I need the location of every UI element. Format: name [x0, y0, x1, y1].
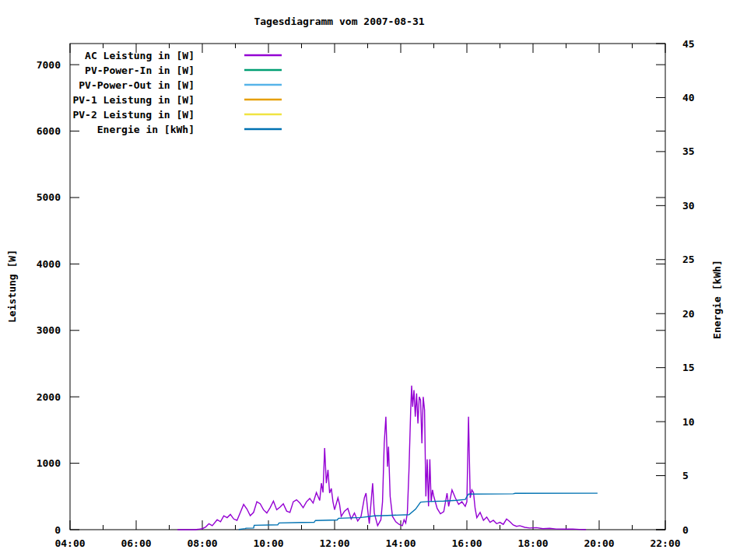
x-tick-label: 08:00 [187, 537, 217, 549]
legend: AC Leistung in [W]PV-Power-In in [W]PV-P… [72, 50, 282, 135]
y-left-tick-label: 7000 [37, 59, 61, 71]
y-right-axis-title: Energie [kWh] [711, 260, 723, 339]
legend-item: Energie in [kWh] [97, 124, 282, 135]
y-right-tick-label: 45 [682, 38, 695, 50]
legend-label: PV-2 Leistung in [W] [72, 109, 195, 121]
x-tick-label: 06:00 [121, 537, 151, 549]
x-tick-label: 22:00 [650, 537, 680, 549]
x-tick-label: 14:00 [385, 537, 416, 549]
y-right-tick-label: 0 [682, 524, 689, 536]
legend-label: PV-Power-Out in [W] [79, 79, 195, 91]
x-tick-label: 20:00 [584, 537, 614, 549]
y-left-tick-label: 0 [54, 524, 61, 536]
y-left-tick-label: 3000 [37, 324, 61, 336]
legend-item: PV-Power-Out in [W] [79, 79, 282, 91]
y-right-tick-label: 35 [682, 145, 695, 157]
legend-item: PV-1 Leistung in [W] [72, 94, 282, 106]
y-left-tick-label: 6000 [37, 125, 61, 137]
legend-item: PV-2 Leistung in [W] [72, 109, 282, 121]
x-tick-label: 10:00 [253, 537, 283, 549]
y-left-tick-label: 5000 [37, 191, 61, 203]
legend-label: PV-Power-In in [W] [85, 65, 195, 76]
x-tick-label: 04:00 [54, 537, 85, 549]
x-tick-label: 12:00 [319, 537, 349, 549]
y-left-tick-label: 2000 [37, 391, 61, 403]
chart-title: Tagesdiagramm vom 2007-08-31 [254, 16, 424, 27]
y-left-tick-label: 1000 [37, 457, 61, 469]
legend-label: PV-1 Leistung in [W] [72, 94, 195, 106]
y-right-tick-label: 30 [682, 200, 695, 212]
y-right-tick-label: 40 [682, 92, 695, 103]
legend-label: AC Leistung in [W] [85, 50, 195, 61]
y-left-axis-title: Leistung [W] [6, 250, 18, 323]
y-right-tick-label: 25 [682, 254, 695, 265]
y-left-tick-label: 4000 [37, 258, 61, 270]
y-right-tick-label: 5 [682, 470, 689, 481]
series-line-ac-leistung-in-w [177, 386, 586, 530]
series-line-energie-in-kwh [239, 493, 598, 530]
chart-container: Tagesdiagramm vom 2007-08-31 Leistung [W… [0, 0, 747, 560]
chart-canvas: Tagesdiagramm vom 2007-08-31 Leistung [W… [0, 0, 747, 560]
x-tick-label: 16:00 [451, 537, 482, 549]
legend-item: AC Leistung in [W] [85, 50, 282, 61]
x-tick-label: 18:00 [517, 537, 548, 549]
legend-item: PV-Power-In in [W] [85, 65, 282, 76]
y-right-tick-label: 15 [682, 362, 695, 373]
legend-label: Energie in [kWh] [97, 124, 195, 135]
y-right-tick-label: 10 [682, 416, 695, 428]
y-right-tick-label: 20 [682, 308, 695, 320]
